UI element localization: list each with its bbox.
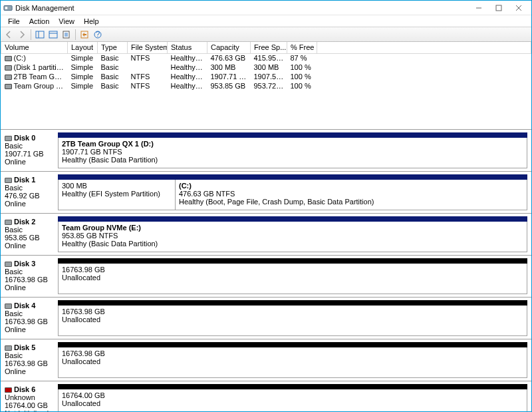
- drive-icon: [5, 56, 12, 61]
- menu-view[interactable]: View: [54, 17, 79, 26]
- partition[interactable]: 16763.98 GBUnallocated: [59, 347, 527, 377]
- disk-info: Disk 0Basic1907.71 GBOnline: [5, 132, 58, 168]
- disk-row[interactable]: Disk 1Basic476.92 GBOnline300 MBHealthy …: [1, 172, 531, 214]
- nav-back-button[interactable]: [3, 29, 15, 41]
- disk-stripe: [58, 174, 527, 180]
- volume-row[interactable]: Team Group NVM...SimpleBasicNTFSHealthy …: [1, 81, 531, 91]
- disk-row[interactable]: Disk 3Basic16763.98 GBOnline16763.98 GBU…: [1, 256, 531, 298]
- disk-row[interactable]: Disk 5Basic16763.98 GBOnline16763.98 GBU…: [1, 339, 531, 381]
- col-status[interactable]: Status: [168, 42, 207, 53]
- disk-stripe: [58, 258, 527, 264]
- partition[interactable]: 300 MBHealthy (EFI System Partition): [59, 180, 176, 210]
- menu-help[interactable]: Help: [79, 17, 104, 26]
- show-hide-button[interactable]: [34, 29, 46, 41]
- action-button[interactable]: [78, 29, 90, 41]
- disk-info: Disk 4Basic16763.98 GBOnline: [5, 300, 58, 336]
- menubar: File Action View Help: [1, 15, 531, 27]
- svg-rect-1: [5, 7, 8, 9]
- disk-row[interactable]: Disk 6Unknown16764.00 GBNot Initialized1…: [1, 381, 531, 411]
- svg-rect-6: [36, 31, 44, 38]
- svg-text:?: ?: [96, 30, 100, 38]
- partition[interactable]: (C:)476.63 GB NTFSHealthy (Boot, Page Fi…: [176, 180, 527, 210]
- disk-info: Disk 6Unknown16764.00 GBNot Initialized: [5, 384, 58, 411]
- col-capacity[interactable]: Capacity: [207, 42, 251, 53]
- partition[interactable]: 16763.98 GBUnallocated: [59, 306, 527, 335]
- svg-rect-3: [496, 5, 501, 11]
- disk-stripe: [58, 300, 527, 306]
- disk-info: Disk 2Basic953.85 GBOnline: [5, 216, 58, 252]
- svg-rect-8: [49, 31, 57, 38]
- col-filesystem[interactable]: File System: [128, 42, 168, 53]
- col-layout[interactable]: Layout: [68, 42, 98, 53]
- partition[interactable]: 2TB Team Group QX 1 (D:)1907.71 GB NTFSH…: [59, 138, 527, 168]
- disk-icon: [5, 387, 12, 393]
- disk-icon: [5, 136, 12, 141]
- disk-icon: [5, 262, 12, 267]
- drive-icon: [5, 65, 12, 71]
- disk-info: Disk 1Basic476.92 GBOnline: [5, 174, 58, 210]
- volume-row[interactable]: (C:)SimpleBasicNTFSHealthy (B...476.63 G…: [1, 53, 531, 63]
- col-type[interactable]: Type: [98, 42, 128, 53]
- disk-icon: [5, 345, 12, 351]
- volume-row[interactable]: (Disk 1 partition 1)SimpleBasicHealthy (…: [1, 63, 531, 72]
- volume-row[interactable]: 2TB Team Group ...SimpleBasicNTFSHealthy…: [1, 72, 531, 81]
- disk-icon: [5, 304, 12, 309]
- disk-row[interactable]: Disk 4Basic16763.98 GBOnline16763.98 GBU…: [1, 298, 531, 339]
- app-icon: [3, 3, 13, 13]
- volume-list[interactable]: Volume Layout Type File System Status Ca…: [1, 42, 531, 130]
- drive-icon: [5, 84, 12, 89]
- maximize-button[interactable]: [489, 1, 509, 15]
- properties-button[interactable]: [61, 29, 72, 41]
- partition[interactable]: 16763.98 GBUnallocated: [59, 264, 527, 294]
- partition[interactable]: 16764.00 GBUnallocated: [59, 389, 527, 411]
- col-volume[interactable]: Volume: [1, 42, 68, 53]
- disk-stripe: [58, 216, 527, 222]
- drive-icon: [5, 75, 12, 80]
- disk-graphical-view[interactable]: Disk 0Basic1907.71 GBOnline2TB Team Grou…: [1, 130, 531, 411]
- disk-stripe: [58, 342, 527, 347]
- toolbar: ?: [1, 27, 531, 42]
- disk-icon: [5, 178, 12, 183]
- window-title: Disk Management: [15, 4, 74, 12]
- refresh-button[interactable]: [47, 29, 59, 41]
- disk-info: Disk 5Basic16763.98 GBOnline: [5, 342, 58, 378]
- help-button[interactable]: ?: [92, 29, 104, 41]
- col-free[interactable]: Free Sp...: [251, 42, 287, 53]
- nav-forward-button[interactable]: [16, 29, 28, 41]
- disk-info: Disk 3Basic16763.98 GBOnline: [5, 258, 58, 294]
- partition[interactable]: Team Group NVMe (E:)953.85 GB NTFSHealth…: [59, 222, 527, 252]
- disk-row[interactable]: Disk 0Basic1907.71 GBOnline2TB Team Grou…: [1, 130, 531, 172]
- close-button[interactable]: [509, 1, 529, 15]
- disk-stripe: [58, 132, 527, 138]
- disk-row[interactable]: Disk 2Basic953.85 GBOnlineTeam Group NVM…: [1, 214, 531, 256]
- minimize-button[interactable]: [469, 1, 489, 15]
- disk-stripe: [58, 384, 527, 389]
- menu-action[interactable]: Action: [25, 17, 55, 26]
- titlebar: Disk Management: [1, 1, 531, 15]
- col-pctfree[interactable]: % Free: [287, 42, 317, 53]
- menu-file[interactable]: File: [3, 17, 25, 26]
- disk-icon: [5, 220, 12, 225]
